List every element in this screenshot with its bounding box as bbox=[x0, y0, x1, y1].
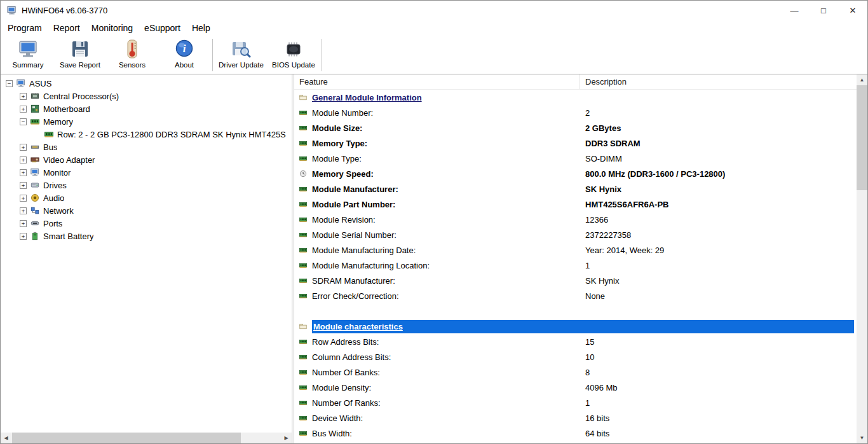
expand-toggle-icon[interactable]: + bbox=[20, 106, 27, 113]
feature-cell: Module Density: bbox=[294, 380, 580, 395]
tree-item-drives[interactable]: +Drives bbox=[1, 179, 292, 191]
feature-table-pane: Feature Description General Module Infor… bbox=[294, 74, 857, 443]
section-row-general-module-information[interactable]: General Module Information bbox=[294, 90, 857, 105]
table-row-module-manufacturer[interactable]: Module Manufacturer:SK Hynix bbox=[294, 181, 857, 197]
save-report-button[interactable]: Save Report bbox=[54, 37, 106, 73]
title-bar[interactable]: HWiNFO64 v6.06-3770 — □ ✕ bbox=[1, 1, 867, 20]
vscroll-thumb[interactable] bbox=[857, 85, 867, 190]
feature-label: General Module Information bbox=[312, 93, 422, 102]
feature-cell: Module Type: bbox=[294, 151, 580, 166]
table-row-memory-type[interactable]: Memory Type:DDR3 SDRAM bbox=[294, 135, 857, 151]
bios-update-button[interactable]: BIOS Update bbox=[268, 37, 320, 73]
table-row-module-serial-number[interactable]: Module Serial Number:2372227358 bbox=[294, 227, 857, 242]
menu-help[interactable]: Help bbox=[186, 21, 216, 35]
table-row-module-type[interactable]: Module Type:SO-DIMM bbox=[294, 151, 857, 166]
spacer-row bbox=[294, 303, 857, 319]
bios-update-button-label: BIOS Update bbox=[272, 61, 315, 69]
column-header-feature[interactable]: Feature bbox=[294, 74, 580, 89]
feature-cell: Module Manufacturing Location: bbox=[294, 258, 580, 273]
table-row-sdram-manufacturer[interactable]: SDRAM Manufacturer:SK Hynix bbox=[294, 273, 857, 288]
vertical-scrollbar[interactable]: ▲ ▼ bbox=[857, 74, 867, 443]
sensors-button[interactable]: Sensors bbox=[106, 37, 158, 73]
tree-item-central-processor-s[interactable]: +Central Processor(s) bbox=[1, 90, 292, 102]
table-row-module-size[interactable]: Module Size:2 GBytes bbox=[294, 120, 857, 135]
minimize-button[interactable]: — bbox=[780, 1, 809, 20]
expand-toggle-icon[interactable]: + bbox=[20, 220, 27, 227]
computer-icon bbox=[16, 79, 26, 88]
expand-toggle-icon[interactable]: + bbox=[20, 207, 27, 214]
tree-item-monitor[interactable]: +Monitor bbox=[1, 166, 292, 179]
tree-item-bus[interactable]: +Bus bbox=[1, 141, 292, 153]
table-row-module-part-number[interactable]: Module Part Number:HMT425S6AFR6A-PB bbox=[294, 197, 857, 212]
battery-icon bbox=[30, 232, 40, 240]
summary-button[interactable]: Summary bbox=[2, 37, 54, 73]
tree-item-label: Audio bbox=[43, 193, 64, 203]
table-row-module-manufacturing-location[interactable]: Module Manufacturing Location:1 bbox=[294, 258, 857, 273]
table-row-row-address-bits[interactable]: Row Address Bits:15 bbox=[294, 334, 857, 349]
tree-item-smart-battery[interactable]: +Smart Battery bbox=[1, 230, 292, 242]
tree-item-motherboard[interactable]: +Motherboard bbox=[1, 102, 292, 115]
table-row-error-check-correction[interactable]: Error Check/Correction:None bbox=[294, 288, 857, 303]
tree-horizontal-scrollbar[interactable]: ◀ ▶ bbox=[1, 433, 292, 443]
expand-toggle-icon[interactable]: + bbox=[20, 182, 27, 189]
tree-item-ports[interactable]: +Ports bbox=[1, 217, 292, 230]
description-cell: 1 bbox=[580, 258, 857, 273]
menu-report[interactable]: Report bbox=[48, 21, 86, 35]
expand-toggle-icon[interactable]: + bbox=[20, 93, 27, 100]
tree-item-label: Memory bbox=[43, 117, 73, 127]
expand-toggle-icon[interactable]: + bbox=[20, 156, 27, 163]
hscroll-track[interactable] bbox=[11, 433, 281, 443]
table-row-bus-width[interactable]: Bus Width:64 bits bbox=[294, 426, 857, 441]
ram-icon bbox=[298, 231, 308, 239]
table-row-module-revision[interactable]: Module Revision:12366 bbox=[294, 212, 857, 227]
feature-label: Error Check/Correction: bbox=[312, 291, 399, 301]
table-row-column-address-bits[interactable]: Column Address Bits:10 bbox=[294, 349, 857, 364]
maximize-button[interactable]: □ bbox=[809, 1, 838, 20]
table-row-module-number[interactable]: Module Number:2 bbox=[294, 105, 857, 120]
menu-monitoring[interactable]: Monitoring bbox=[86, 21, 139, 35]
collapse-toggle-icon[interactable]: − bbox=[20, 118, 27, 125]
expand-toggle-icon[interactable]: + bbox=[20, 233, 27, 240]
table-row-module-manufacturing-date[interactable]: Module Manufacturing Date:Year: 2014, We… bbox=[294, 242, 857, 258]
table-row-memory-speed[interactable]: Memory Speed:800.0 MHz (DDR3-1600 / PC3-… bbox=[294, 166, 857, 181]
expand-toggle-icon[interactable]: + bbox=[20, 195, 27, 202]
scroll-up-arrow-icon[interactable]: ▲ bbox=[857, 74, 867, 85]
feature-label: Module Part Number: bbox=[312, 200, 395, 209]
feature-label: Row Address Bits: bbox=[312, 337, 379, 347]
menu-esupport[interactable]: eSupport bbox=[139, 21, 186, 35]
menu-program[interactable]: Program bbox=[2, 21, 48, 35]
ram-icon bbox=[298, 429, 308, 437]
main-area: −ASUS+Central Processor(s)+Motherboard−M… bbox=[1, 74, 867, 443]
table-row-device-width[interactable]: Device Width:16 bits bbox=[294, 410, 857, 426]
tree-item-memory[interactable]: −Memory bbox=[1, 115, 292, 128]
about-button[interactable]: iAbout bbox=[158, 37, 210, 73]
ram-icon bbox=[298, 338, 308, 345]
memory-icon bbox=[30, 117, 40, 126]
hscroll-thumb[interactable] bbox=[12, 433, 241, 443]
description-cell: 15 bbox=[580, 334, 857, 349]
tree-item-asus[interactable]: −ASUS bbox=[1, 77, 292, 90]
driver-update-button[interactable]: Driver Update bbox=[215, 37, 268, 73]
collapse-toggle-icon[interactable]: − bbox=[6, 80, 13, 87]
column-header-description[interactable]: Description bbox=[580, 74, 857, 89]
expand-toggle-icon[interactable]: + bbox=[20, 169, 27, 176]
tree-item-row-2-2-gb-pc3-12800-ddr3-sdram-sk-hynix[interactable]: Row: 2 - 2 GB PC3-12800 DDR3 SDRAM SK Hy… bbox=[1, 128, 292, 141]
app-icon[interactable] bbox=[6, 6, 17, 15]
tree-item-video-adapter[interactable]: +Video Adapter bbox=[1, 153, 292, 166]
ram-icon bbox=[298, 414, 308, 422]
close-button[interactable]: ✕ bbox=[838, 1, 867, 20]
ram-icon bbox=[298, 200, 308, 208]
tree-item-audio[interactable]: +Audio bbox=[1, 191, 292, 204]
scroll-left-arrow-icon[interactable]: ◀ bbox=[1, 433, 11, 443]
description-cell: 2 bbox=[580, 105, 857, 120]
scroll-down-arrow-icon[interactable]: ▼ bbox=[857, 433, 867, 443]
scroll-right-arrow-icon[interactable]: ▶ bbox=[281, 433, 292, 443]
tree-item-network[interactable]: +Network bbox=[1, 204, 292, 217]
table-row-module-density[interactable]: Module Density:4096 Mb bbox=[294, 380, 857, 395]
feature-label: Module Manufacturing Date: bbox=[312, 246, 416, 255]
table-row-number-of-ranks[interactable]: Number Of Ranks:1 bbox=[294, 395, 857, 410]
expand-toggle-icon[interactable]: + bbox=[20, 144, 27, 151]
section-row-module-characteristics[interactable]: Module characteristics bbox=[294, 319, 857, 334]
description-cell: SK Hynix bbox=[580, 273, 857, 288]
table-row-number-of-banks[interactable]: Number Of Banks:8 bbox=[294, 364, 857, 380]
